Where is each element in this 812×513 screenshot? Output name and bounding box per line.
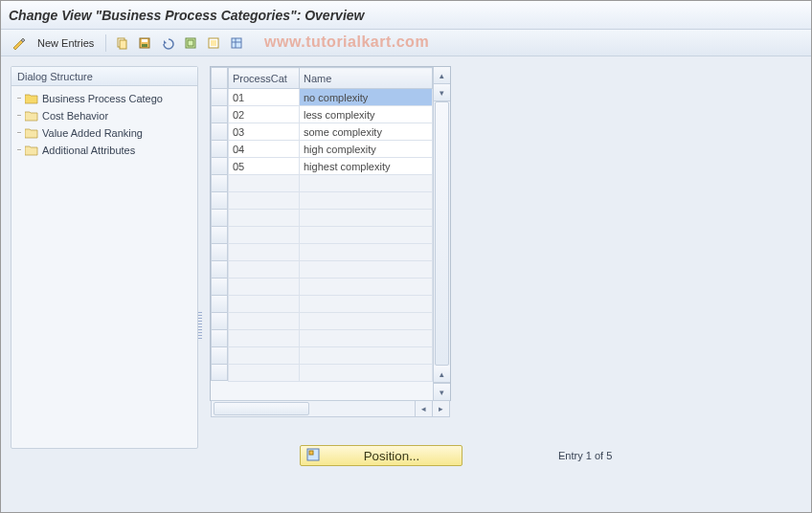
- position-button[interactable]: Position...: [300, 445, 462, 466]
- scroll-down-icon[interactable]: ▴: [434, 366, 450, 383]
- scroll-first-icon[interactable]: ▴: [434, 67, 450, 84]
- app-window: Change View "Business Process Categories…: [0, 0, 812, 513]
- undo-icon: [161, 36, 174, 50]
- process-category-table: ProcessCat Name 01no complexity02less co…: [210, 66, 451, 401]
- row-handle[interactable]: [211, 295, 228, 312]
- content-area: ProcessCat Name 01no complexity02less co…: [204, 66, 801, 502]
- tree-item-label: Business Process Catego: [42, 93, 163, 104]
- cell-name[interactable]: less complexity: [300, 106, 433, 123]
- dialog-structure-header: Dialog Structure: [11, 67, 197, 86]
- tree-item-label: Value Added Ranking: [42, 127, 143, 139]
- cell-empty[interactable]: [229, 313, 300, 330]
- save-icon: [138, 36, 151, 50]
- tree-item[interactable]: Value Added Ranking: [13, 124, 195, 142]
- cell-empty[interactable]: [229, 261, 300, 279]
- new-entries-button[interactable]: New Entries: [32, 33, 100, 53]
- row-handle[interactable]: [211, 312, 228, 329]
- tree-item[interactable]: Business Process Catego: [13, 90, 195, 107]
- copy-button[interactable]: [112, 33, 131, 53]
- vertical-scrollbar[interactable]: ▴ ▾ ▴ ▾: [433, 67, 450, 400]
- cell-name[interactable]: highest complexity: [300, 158, 433, 175]
- svg-rect-8: [211, 40, 216, 46]
- svg-rect-9: [232, 38, 241, 48]
- pencil-toggle-icon: [11, 36, 25, 50]
- table-corner-handle[interactable]: [211, 67, 228, 88]
- row-handle[interactable]: [211, 88, 228, 105]
- row-handle[interactable]: [211, 278, 228, 295]
- cell-name[interactable]: no complexity: [300, 89, 433, 106]
- column-header-name[interactable]: Name: [300, 68, 433, 89]
- cell-empty[interactable]: [229, 192, 300, 210]
- save-button[interactable]: [135, 33, 154, 53]
- cell-empty[interactable]: [300, 210, 433, 227]
- row-handle[interactable]: [211, 260, 228, 278]
- toggle-detail-button[interactable]: [9, 33, 28, 53]
- cell-processcat[interactable]: 03: [229, 123, 300, 141]
- scroll-last-icon[interactable]: ▾: [434, 383, 450, 400]
- cell-empty[interactable]: [300, 330, 433, 347]
- cell-empty[interactable]: [300, 261, 433, 279]
- cell-empty[interactable]: [300, 192, 433, 210]
- dialog-structure-tree: Business Process CategoCost BehaviorValu…: [11, 86, 197, 163]
- cell-name[interactable]: high complexity: [300, 141, 433, 158]
- position-icon: [306, 448, 320, 463]
- tree-item-label: Additional Attributes: [42, 145, 135, 156]
- row-handle[interactable]: [211, 191, 228, 209]
- cell-name[interactable]: some complexity: [300, 123, 433, 141]
- hscroll-thumb[interactable]: [214, 402, 309, 415]
- cell-empty[interactable]: [300, 175, 433, 192]
- deselect-all-button[interactable]: [204, 33, 223, 53]
- splitter-handle[interactable]: [198, 312, 202, 339]
- cell-empty[interactable]: [300, 244, 433, 261]
- cell-empty[interactable]: [229, 365, 300, 382]
- cell-empty[interactable]: [229, 279, 300, 296]
- folder-icon: [25, 145, 38, 156]
- tree-item-label: Cost Behavior: [42, 110, 108, 122]
- cell-empty[interactable]: [229, 227, 300, 244]
- row-handle[interactable]: [211, 329, 228, 346]
- cell-empty[interactable]: [300, 279, 433, 296]
- cell-empty[interactable]: [300, 313, 433, 330]
- cell-empty[interactable]: [229, 244, 300, 261]
- cell-processcat[interactable]: 01: [229, 89, 300, 106]
- delimit-button[interactable]: [227, 33, 246, 53]
- cell-processcat[interactable]: 04: [229, 141, 300, 158]
- row-handle[interactable]: [211, 364, 228, 381]
- row-handle[interactable]: [211, 157, 228, 174]
- cell-empty[interactable]: [300, 365, 433, 382]
- row-handle[interactable]: [211, 105, 228, 123]
- cell-processcat[interactable]: 02: [229, 106, 300, 123]
- cell-empty[interactable]: [300, 296, 433, 313]
- svg-rect-13: [309, 451, 313, 455]
- tree-item[interactable]: Cost Behavior: [13, 107, 195, 124]
- scroll-right-icon[interactable]: ▸: [432, 401, 449, 416]
- row-handle[interactable]: [211, 209, 228, 226]
- horizontal-scrollbar[interactable]: ◂ ▸: [211, 400, 450, 417]
- row-handle[interactable]: [211, 346, 228, 364]
- cell-empty[interactable]: [229, 210, 300, 227]
- svg-rect-1: [120, 40, 126, 49]
- undo-button[interactable]: [158, 33, 177, 53]
- toolbar: New Entries: [1, 30, 811, 56]
- select-all-button[interactable]: [181, 33, 200, 53]
- vscroll-thumb[interactable]: [435, 101, 449, 366]
- cell-empty[interactable]: [229, 330, 300, 347]
- row-handle[interactable]: [211, 243, 228, 260]
- deselect-icon: [207, 36, 220, 50]
- cell-processcat[interactable]: 05: [229, 158, 300, 175]
- cell-empty[interactable]: [300, 347, 433, 365]
- select-all-icon: [184, 36, 197, 50]
- cell-empty[interactable]: [229, 347, 300, 365]
- tree-item[interactable]: Additional Attributes: [13, 142, 195, 159]
- column-header-processcat[interactable]: ProcessCat: [229, 68, 300, 89]
- cell-empty[interactable]: [229, 175, 300, 192]
- cell-empty[interactable]: [300, 227, 433, 244]
- scroll-up-icon[interactable]: ▾: [434, 84, 450, 101]
- row-handle[interactable]: [211, 140, 228, 157]
- row-handle[interactable]: [211, 174, 228, 191]
- position-button-label: Position...: [327, 449, 456, 463]
- scroll-left-icon[interactable]: ◂: [415, 401, 432, 416]
- cell-empty[interactable]: [229, 296, 300, 313]
- row-handle[interactable]: [211, 226, 228, 243]
- row-handle[interactable]: [211, 123, 228, 140]
